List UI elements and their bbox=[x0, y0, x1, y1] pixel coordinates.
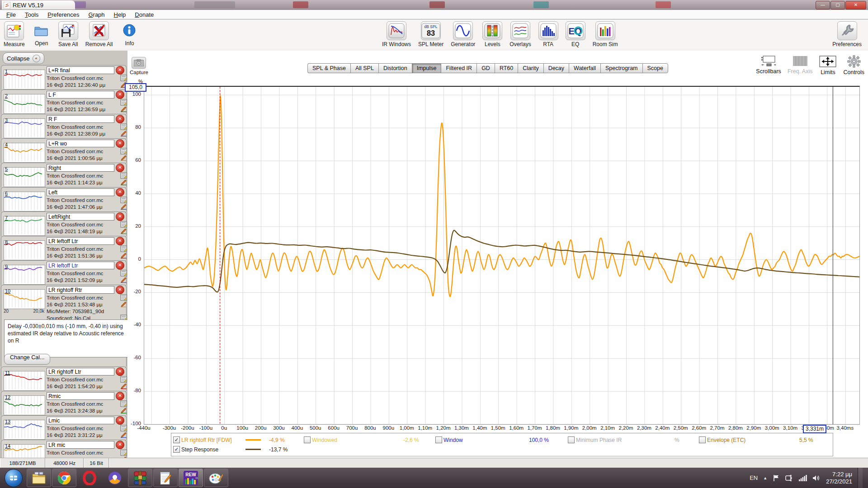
clock[interactable]: 7:22 μμ 27/2/2021 bbox=[826, 471, 852, 485]
toolbar-rta-button[interactable]: RTA bbox=[538, 21, 558, 47]
measurement-item-3[interactable]: 3✕Triton Crossfired corr.mc16 Φεβ 2021 1… bbox=[1, 114, 127, 138]
tab-all-spl[interactable]: All SPL bbox=[350, 63, 378, 73]
measurement-name-input[interactable] bbox=[47, 441, 114, 449]
trace-color-pencil-icon[interactable] bbox=[120, 277, 127, 283]
delete-measurement-button[interactable]: ✕ bbox=[116, 90, 124, 99]
measurement-name-input[interactable] bbox=[47, 392, 114, 400]
show-desktop-button[interactable] bbox=[858, 468, 863, 488]
measurement-name-input[interactable] bbox=[47, 66, 114, 74]
menu-preferences[interactable]: Preferences bbox=[44, 11, 83, 19]
measurement-thumbnail[interactable] bbox=[4, 216, 45, 236]
notes-icon[interactable] bbox=[120, 425, 127, 432]
legend-checkbox-windowed[interactable] bbox=[304, 436, 311, 443]
delete-measurement-button[interactable]: ✕ bbox=[116, 286, 124, 294]
delete-measurement-button[interactable]: ✕ bbox=[116, 367, 124, 376]
measurement-item-9[interactable]: 9✕Triton Crossfired corr.mc16 Φεβ 2021 1… bbox=[1, 260, 127, 285]
collapse-button[interactable]: Collapse « bbox=[3, 52, 44, 64]
tray-expand-icon[interactable]: ▲ bbox=[763, 476, 767, 480]
measurement-item-14[interactable]: 14✕Triton Crossfired corr.mc16 Φεβ 2021 … bbox=[1, 440, 127, 458]
toolbar-irwindows-button[interactable]: IR Windows bbox=[382, 21, 411, 47]
toolbar-splmeter-button[interactable]: dB SPL83SPL Meter bbox=[418, 21, 443, 47]
notes-icon[interactable] bbox=[120, 99, 127, 106]
measurement-name-input[interactable] bbox=[47, 188, 114, 196]
taskbar-winrar-button[interactable] bbox=[128, 469, 152, 487]
legend-checkbox-step-response[interactable]: ✓ bbox=[173, 446, 180, 453]
trace-color-pencil-icon[interactable] bbox=[120, 204, 127, 210]
delete-measurement-button[interactable]: ✕ bbox=[116, 237, 124, 245]
measurement-item-4[interactable]: 4✕Triton Crossfired corr.mc16 Φεβ 2021 1… bbox=[1, 138, 127, 163]
delete-measurement-button[interactable]: ✕ bbox=[116, 416, 124, 425]
tab-gd[interactable]: GD bbox=[476, 63, 495, 73]
measurement-name-input[interactable] bbox=[47, 368, 114, 375]
toolbar-saveall-button[interactable]: Save All bbox=[58, 21, 78, 47]
delete-measurement-button[interactable]: ✕ bbox=[116, 392, 124, 400]
trace-color-pencil-icon[interactable] bbox=[120, 155, 127, 161]
taskbar-notepad-button[interactable] bbox=[153, 469, 178, 487]
delete-measurement-button[interactable]: ✕ bbox=[116, 66, 124, 75]
menu-donate[interactable]: Donate bbox=[131, 11, 157, 19]
measurement-thumbnail[interactable] bbox=[4, 70, 45, 89]
network-signal-icon[interactable] bbox=[799, 475, 807, 481]
trace-color-pencil-icon[interactable] bbox=[120, 253, 127, 258]
toolbar-removeall-button[interactable]: Remove All bbox=[85, 21, 113, 47]
trace-color-pencil-icon[interactable] bbox=[120, 408, 127, 413]
measurement-item-10[interactable]: 10✕Triton Crossfired corr.mc16 Φεβ 2021 … bbox=[1, 285, 127, 366]
measurement-thumbnail[interactable] bbox=[4, 94, 45, 114]
delete-measurement-button[interactable]: ✕ bbox=[116, 115, 124, 123]
tab-clarity[interactable]: Clarity bbox=[518, 63, 543, 73]
tab-waterfall[interactable]: Waterfall bbox=[569, 63, 600, 73]
measurement-thumbnail[interactable] bbox=[4, 167, 45, 187]
measurement-name-input[interactable] bbox=[47, 164, 114, 172]
notes-icon[interactable] bbox=[120, 449, 127, 456]
tab-impulse[interactable]: Impulse bbox=[412, 63, 441, 73]
maximize-button[interactable]: ▢ bbox=[830, 1, 845, 9]
tab-filtered-ir[interactable]: Filtered IR bbox=[441, 63, 476, 73]
measurement-thumbnail[interactable] bbox=[4, 192, 45, 211]
measurement-item-13[interactable]: 13✕Triton Crossfired corr.mc16 Φεβ 2021 … bbox=[1, 415, 127, 440]
delete-measurement-button[interactable]: ✕ bbox=[116, 212, 124, 221]
measurement-name-input[interactable] bbox=[47, 115, 114, 123]
toolbar-info-button[interactable]: Info bbox=[120, 21, 139, 47]
delete-measurement-button[interactable]: ✕ bbox=[116, 441, 124, 449]
measurement-name-input[interactable] bbox=[47, 213, 114, 221]
delete-measurement-button[interactable]: ✕ bbox=[116, 164, 124, 172]
notes-icon[interactable] bbox=[120, 245, 127, 252]
taskbar-opera-button[interactable] bbox=[77, 469, 102, 487]
taskbar-paint-button[interactable] bbox=[204, 469, 228, 487]
tab-decay[interactable]: Decay bbox=[543, 63, 569, 73]
language-indicator[interactable]: EN bbox=[750, 474, 758, 481]
toolbar-open-button[interactable]: Open bbox=[32, 21, 51, 47]
menu-file[interactable]: File bbox=[3, 11, 19, 19]
measurement-item-8[interactable]: 8✕Triton Crossfired corr.mc16 Φεβ 2021 1… bbox=[1, 236, 127, 260]
tab-spl-phase[interactable]: SPL & Phase bbox=[307, 63, 350, 73]
action-center-flag-icon[interactable] bbox=[773, 474, 780, 482]
tab-scope[interactable]: Scope bbox=[642, 63, 668, 73]
notes-icon[interactable] bbox=[120, 123, 127, 130]
measurement-item-12[interactable]: 12✕Triton Crossfired corr.mc16 Φεβ 2021 … bbox=[1, 391, 127, 415]
delete-measurement-button[interactable]: ✕ bbox=[116, 261, 124, 270]
toolbar-levels-button[interactable]: 0369Levels bbox=[482, 21, 502, 47]
toolbar-measure-button[interactable]: Measure bbox=[4, 21, 25, 47]
y-axis-top-limit[interactable]: 105,0 bbox=[125, 83, 146, 92]
volume-icon[interactable] bbox=[812, 474, 821, 482]
measurement-item-11[interactable]: 11✕Triton Crossfired corr.mc16 Φεβ 2021 … bbox=[1, 366, 127, 391]
close-button[interactable]: ✕ bbox=[845, 1, 866, 9]
delete-measurement-button[interactable]: ✕ bbox=[116, 139, 124, 148]
measurement-item-1[interactable]: 1✕Triton Crossfired corr.mc16 Φεβ 2021 1… bbox=[1, 65, 127, 89]
notes-icon[interactable] bbox=[120, 376, 127, 383]
measurement-name-input[interactable] bbox=[47, 140, 114, 147]
measurement-item-5[interactable]: 5✕Triton Crossfired corr.mc16 Φεβ 2021 1… bbox=[1, 163, 127, 187]
measurement-thumbnail[interactable] bbox=[4, 240, 45, 260]
trace-color-pencil-icon[interactable] bbox=[120, 131, 127, 136]
legend-checkbox-minimum-phase-ir[interactable] bbox=[568, 436, 575, 443]
measurement-name-input[interactable] bbox=[47, 286, 114, 294]
toolbar-eq-button[interactable]: EQEQ bbox=[566, 21, 585, 47]
graph-limits-button[interactable]: Limits bbox=[819, 55, 837, 75]
minimize-button[interactable]: — bbox=[816, 1, 830, 9]
measurement-thumbnail[interactable] bbox=[4, 265, 45, 285]
toolbar-roomsim-button[interactable]: Room Sim bbox=[593, 21, 618, 47]
measurement-name-input[interactable] bbox=[47, 262, 114, 269]
tab-rt60[interactable]: RT60 bbox=[495, 63, 518, 73]
trace-color-pencil-icon[interactable] bbox=[120, 383, 127, 389]
toolbar-preferences-button[interactable]: Preferences bbox=[832, 21, 862, 47]
